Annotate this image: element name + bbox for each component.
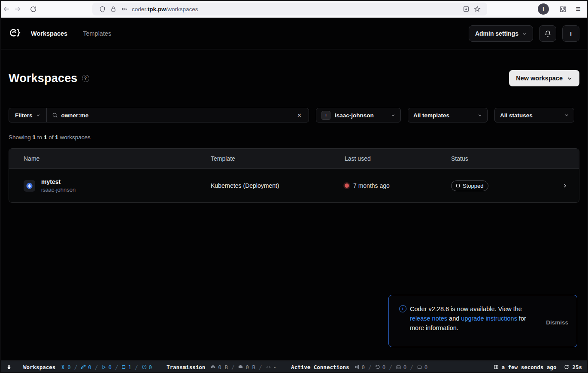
notification-message: Coder v2.28.6 is now available. View the… bbox=[410, 304, 535, 347]
update-notification: i Coder v2.28.6 is now available. View t… bbox=[388, 295, 577, 347]
browser-back-icon[interactable] bbox=[1, 3, 12, 15]
chevron-down-icon bbox=[478, 113, 482, 117]
connection-stats[interactable]: 0 / 0 / 0 / 0 bbox=[355, 364, 428, 370]
reconnect-arrow-icon bbox=[375, 364, 380, 370]
column-header-status: Status bbox=[451, 155, 579, 162]
templates-filter-value: All templates bbox=[413, 112, 449, 119]
user-filter-value: isaac-johnson bbox=[335, 112, 374, 119]
filters-label: Filters bbox=[15, 112, 33, 119]
chevron-down-icon bbox=[564, 113, 569, 117]
kubernetes-icon bbox=[26, 182, 33, 190]
browser-address-bar[interactable]: coder.tpk.pw/workspaces bbox=[92, 3, 487, 15]
search-filter-container: Filters ✕ bbox=[9, 108, 309, 122]
status-badge: Stopped bbox=[451, 180, 488, 191]
row-chevron-right-icon[interactable] bbox=[562, 183, 568, 189]
column-header-last-used: Last used bbox=[345, 155, 451, 162]
extensions-puzzle-icon[interactable] bbox=[557, 3, 568, 15]
stop-icon bbox=[121, 365, 126, 369]
statuses-filter-value: All statuses bbox=[500, 112, 533, 119]
statusbar-connections-label: Active Connections bbox=[291, 364, 349, 370]
play-icon bbox=[101, 365, 106, 370]
chevron-down-icon bbox=[391, 113, 395, 117]
workspace-name: mytest bbox=[41, 178, 76, 186]
filters-dropdown[interactable]: Filters bbox=[9, 108, 47, 122]
admin-settings-button[interactable]: Admin settings bbox=[469, 25, 533, 42]
download-cloud-icon bbox=[238, 364, 243, 370]
health-rocket-icon[interactable] bbox=[6, 364, 12, 370]
chevron-down-icon bbox=[522, 31, 527, 36]
lock-icon[interactable] bbox=[108, 3, 119, 15]
search-input[interactable] bbox=[61, 112, 292, 119]
status-label: Stopped bbox=[463, 183, 483, 189]
help-icon[interactable]: ? bbox=[82, 75, 89, 82]
browser-forward-icon[interactable] bbox=[12, 3, 23, 15]
dismiss-button[interactable]: Dismiss bbox=[546, 319, 568, 326]
coder-logo-icon[interactable] bbox=[9, 27, 21, 40]
log-book-icon bbox=[494, 364, 499, 370]
statusbar-transmission-label: Transmission bbox=[167, 364, 205, 370]
browser-account-icon[interactable]: I bbox=[538, 3, 549, 15]
column-header-template: Template bbox=[211, 155, 345, 162]
nav-workspaces[interactable]: Workspaces bbox=[31, 30, 67, 37]
upload-cloud-icon bbox=[210, 364, 216, 370]
upgrade-instructions-link[interactable]: upgrade instructions bbox=[461, 315, 517, 322]
admin-settings-label: Admin settings bbox=[475, 30, 518, 37]
workspace-counts[interactable]: 0 / 0 / 0 / 1 / 0 bbox=[61, 364, 152, 370]
user-avatar-button[interactable]: I bbox=[562, 25, 579, 42]
table-row[interactable]: mytest isaac-johnson Kubernetes (Deploym… bbox=[9, 169, 579, 202]
app-window-icon bbox=[417, 365, 422, 370]
clear-search-icon[interactable]: ✕ bbox=[295, 112, 303, 119]
results-summary: Showing 1 to 1 of 1 workspaces bbox=[9, 134, 91, 141]
bell-icon bbox=[544, 30, 552, 37]
latency-arrows-icon bbox=[266, 365, 271, 370]
new-workspace-label: New workspace bbox=[516, 75, 563, 82]
refresh-icon bbox=[564, 364, 569, 370]
stopped-icon bbox=[456, 184, 460, 187]
new-workspace-button[interactable]: New workspace bbox=[509, 70, 579, 86]
release-notes-link[interactable]: release notes bbox=[410, 315, 447, 322]
save-page-icon[interactable] bbox=[461, 3, 472, 15]
vscode-icon bbox=[355, 364, 360, 370]
browser-menu-icon[interactable]: ≡ bbox=[573, 3, 584, 15]
error-circle-icon bbox=[142, 364, 147, 370]
bookmark-star-icon[interactable] bbox=[472, 3, 483, 15]
user-mini-avatar: I bbox=[321, 111, 330, 120]
nav-templates[interactable]: Templates bbox=[83, 30, 111, 37]
hourglass-icon bbox=[61, 364, 65, 370]
shield-icon[interactable] bbox=[97, 3, 108, 15]
column-header-name: Name bbox=[9, 155, 211, 162]
filter-bar: Filters ✕ I isaac-johnson All templates … bbox=[9, 108, 579, 122]
notifications-bell-button[interactable] bbox=[539, 25, 556, 42]
table-header-row: Name Template Last used Status bbox=[9, 149, 579, 169]
deployment-status-bar: Workspaces 0 / 0 / 0 / 1 / 0 Transmissio… bbox=[0, 361, 588, 373]
key-icon[interactable] bbox=[119, 3, 130, 15]
info-icon: i bbox=[399, 305, 406, 312]
workspace-last-used: 7 months ago bbox=[353, 182, 390, 189]
page-title: Workspaces bbox=[9, 72, 78, 85]
wrench-icon bbox=[81, 364, 86, 370]
workspace-avatar bbox=[24, 180, 35, 192]
chevron-down-icon bbox=[567, 76, 573, 81]
templates-filter-dropdown[interactable]: All templates bbox=[408, 108, 488, 122]
browser-toolbar: coder.tpk.pw/workspaces I ≡ bbox=[0, 0, 588, 18]
last-updated: a few seconds ago bbox=[494, 364, 556, 370]
search-icon bbox=[52, 112, 58, 118]
transmission-stats[interactable]: 0 B / 0 B / - bbox=[210, 364, 276, 370]
statusbar-workspaces-label: Workspaces bbox=[23, 364, 55, 370]
workspace-owner: isaac-johnson bbox=[41, 186, 76, 194]
url-text[interactable]: coder.tpk.pw/workspaces bbox=[132, 6, 461, 12]
workspace-template: Kubernetes (Deployment) bbox=[211, 182, 345, 189]
last-used-dot-icon bbox=[345, 183, 349, 188]
browser-reload-icon[interactable] bbox=[27, 3, 39, 15]
terminal-icon bbox=[396, 365, 401, 370]
app-header: Workspaces Templates Admin settings I bbox=[0, 18, 588, 49]
user-filter-dropdown[interactable]: I isaac-johnson bbox=[316, 108, 401, 122]
statuses-filter-dropdown[interactable]: All statuses bbox=[494, 108, 574, 122]
refresh-countdown[interactable]: 25s bbox=[564, 364, 582, 370]
chevron-down-icon bbox=[36, 113, 40, 117]
workspaces-table: Name Template Last used Status mytest is… bbox=[9, 148, 579, 203]
